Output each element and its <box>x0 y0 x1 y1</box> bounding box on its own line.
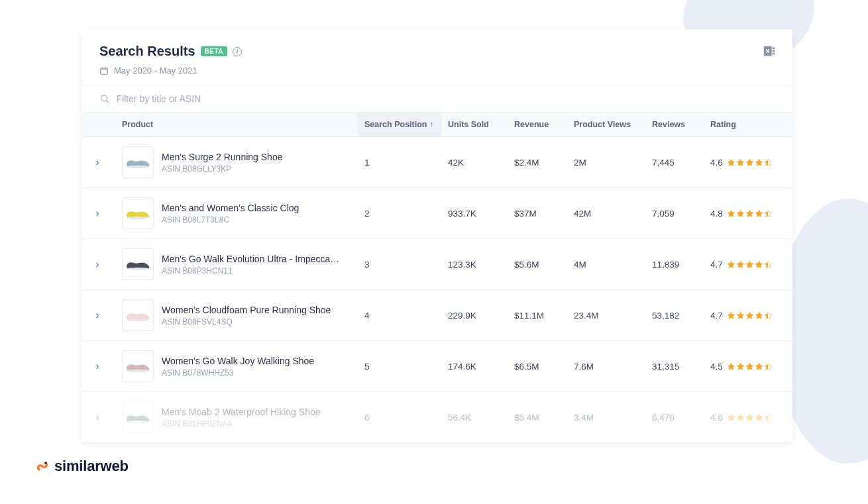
expand-row-icon[interactable]: › <box>95 309 99 321</box>
cell-revenue: $5.4M <box>508 392 567 443</box>
col-search-position[interactable]: Search Position↑ <box>358 113 441 137</box>
svg-point-10 <box>127 370 149 372</box>
expand-row-icon[interactable]: › <box>95 156 99 168</box>
expand-row-icon[interactable]: › <box>95 360 99 372</box>
filter-row <box>82 85 792 113</box>
cell-rating-value: 4.8 <box>710 209 723 219</box>
rating-stars <box>727 413 773 422</box>
table-row: › Men's Moab 2 Waterproof Hiking Shoe AS… <box>82 392 792 443</box>
cell-search-position: 3 <box>358 239 441 290</box>
cell-units-sold: 123.3K <box>441 239 508 290</box>
cell-units-sold: 42K <box>441 137 508 188</box>
cell-rating-value: 4.6 <box>710 413 723 423</box>
table-row: › Women's Cloudfoam Pure Running Shoe AS… <box>82 290 792 341</box>
filter-input[interactable] <box>117 93 775 104</box>
svg-rect-1 <box>773 48 775 50</box>
product-thumbnail[interactable] <box>122 146 154 178</box>
cell-units-sold: 174.6K <box>441 341 508 392</box>
cell-product-views: 4M <box>567 239 645 290</box>
rating-stars <box>727 362 773 371</box>
product-thumbnail[interactable] <box>122 350 154 382</box>
product-asin: ASIN B08L7T3L8C <box>162 215 299 225</box>
date-range: May 2020 - May 2021 <box>114 66 197 76</box>
product-title[interactable]: Women's Go Walk Joy Walking Shoe <box>162 356 314 366</box>
cell-product-views: 3.4M <box>567 392 645 443</box>
svg-point-11 <box>127 421 149 423</box>
cell-search-position: 5 <box>358 341 441 392</box>
cell-product-views: 7.6M <box>567 341 645 392</box>
product-asin: ASIN B08FSVL4SQ <box>162 317 331 327</box>
panel-header: Search Results BETA i May 2020 - May 202… <box>82 29 792 85</box>
col-revenue[interactable]: Revenue <box>508 113 567 137</box>
svg-point-5 <box>101 95 107 101</box>
cell-reviews: 11,839 <box>645 239 704 290</box>
svg-point-9 <box>127 319 149 321</box>
product-thumbnail[interactable] <box>122 248 154 280</box>
cell-units-sold: 933.7K <box>441 188 508 239</box>
svg-point-8 <box>127 268 149 270</box>
cell-rating-value: 4.6 <box>710 158 723 168</box>
table-row: › Men's and Women's Classic Clog ASIN B0… <box>82 188 792 239</box>
calendar-icon <box>99 66 109 76</box>
cell-reviews: 6,476 <box>645 392 704 443</box>
product-title[interactable]: Men's Go Walk Evolution Ultra - Impecca… <box>162 254 339 264</box>
product-thumbnail[interactable] <box>122 299 154 331</box>
svg-rect-2 <box>773 50 775 52</box>
cell-revenue: $2.4M <box>508 137 567 188</box>
table-row: › Men's Surge 2 Running Shoe ASIN B08GLL… <box>82 137 792 188</box>
cell-reviews: 53,182 <box>645 290 704 341</box>
product-title[interactable]: Women's Cloudfoam Pure Running Shoe <box>162 305 331 315</box>
cell-search-position: 2 <box>358 188 441 239</box>
expand-row-icon[interactable]: › <box>95 411 99 423</box>
expand-row-icon[interactable]: › <box>95 207 99 219</box>
table-row: › Women's Go Walk Joy Walking Shoe ASIN … <box>82 341 792 392</box>
cell-product-views: 23.4M <box>567 290 645 341</box>
cell-reviews: 7,445 <box>645 137 704 188</box>
col-units-sold[interactable]: Units Sold <box>441 113 508 137</box>
product-asin: ASIN B078WHHZ53 <box>162 368 314 378</box>
expand-row-icon[interactable]: › <box>95 258 99 270</box>
col-reviews[interactable]: Reviews <box>645 113 704 137</box>
rating-stars <box>727 158 773 167</box>
cell-product-views: 42M <box>567 188 645 239</box>
results-panel: Search Results BETA i May 2020 - May 202… <box>82 29 792 443</box>
product-title[interactable]: Men's Surge 2 Running Shoe <box>162 152 282 162</box>
similarweb-logo-icon <box>36 460 49 473</box>
product-title[interactable]: Men's and Women's Classic Clog <box>162 203 299 213</box>
cell-reviews: 7,059 <box>645 188 704 239</box>
cell-revenue: $5.6M <box>508 239 567 290</box>
cell-revenue: $37M <box>508 188 567 239</box>
info-icon[interactable]: i <box>233 47 242 56</box>
brand-name: similarweb <box>54 458 129 475</box>
cell-search-position: 6 <box>358 392 441 443</box>
svg-point-7 <box>127 217 149 219</box>
cell-reviews: 31,315 <box>645 341 704 392</box>
col-product-views[interactable]: Product Views <box>567 113 645 137</box>
search-icon <box>99 93 110 104</box>
svg-point-12 <box>44 462 47 464</box>
cell-revenue: $11.1M <box>508 290 567 341</box>
product-title[interactable]: Men's Moab 2 Waterproof Hiking Shoe <box>162 407 321 417</box>
beta-badge: BETA <box>201 46 227 56</box>
product-thumbnail[interactable] <box>122 401 154 433</box>
rating-stars <box>727 209 773 218</box>
cell-units-sold: 56.4K <box>441 392 508 443</box>
product-asin: ASIN B08GLLY3KP <box>162 164 282 174</box>
cell-units-sold: 229.9K <box>441 290 508 341</box>
svg-rect-3 <box>773 53 775 55</box>
product-thumbnail[interactable] <box>122 197 154 229</box>
col-expand <box>82 113 113 137</box>
page-title: Search Results <box>99 44 195 59</box>
results-table: Product Search Position↑ Units Sold Reve… <box>82 113 792 443</box>
col-rating[interactable]: Rating <box>704 113 792 137</box>
cell-rating-value: 4.5 <box>710 362 723 372</box>
product-asin: ASIN B01HF9ZNAA <box>162 419 321 428</box>
rating-stars <box>727 260 773 269</box>
product-asin: ASIN B08P3HCN11 <box>162 266 339 276</box>
cell-rating-value: 4.7 <box>710 260 723 270</box>
export-excel-button[interactable] <box>762 44 777 58</box>
brand-logo-block: similarweb <box>36 458 129 475</box>
col-product[interactable]: Product <box>113 113 358 137</box>
svg-rect-4 <box>101 68 108 74</box>
cell-search-position: 1 <box>358 137 441 188</box>
